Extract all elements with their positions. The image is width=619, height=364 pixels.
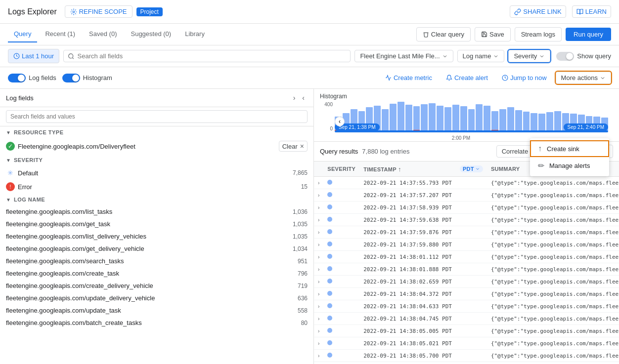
search-input[interactable]: [78, 52, 347, 60]
tab-saved[interactable]: Saved (0): [83, 26, 123, 42]
tab-query[interactable]: Query: [8, 26, 37, 42]
row-expand-13[interactable]: ›: [314, 337, 323, 350]
resource-type-header[interactable]: ▼ RESOURCE TYPE: [0, 126, 313, 138]
histogram-toggle[interactable]: Histogram: [62, 74, 112, 82]
table-row[interactable]: › 2022-09-21 14:37:55.793 PDT {"@type":"…: [314, 177, 619, 189]
row-expand-3[interactable]: ›: [314, 214, 323, 226]
row-expand-11[interactable]: ›: [314, 313, 323, 325]
search-box[interactable]: [63, 50, 351, 62]
save-button[interactable]: Save: [475, 27, 511, 41]
table-row[interactable]: › 2022-09-21 14:38:01.112 PDT {"@type":"…: [314, 251, 619, 263]
manage-alerts-item[interactable]: ✏ Manage alerts: [530, 157, 609, 174]
show-query-toggle[interactable]: Show query: [556, 52, 611, 61]
row-expand-7[interactable]: ›: [314, 263, 323, 276]
row-expand-9[interactable]: ›: [314, 288, 323, 300]
timestamp-col-header[interactable]: TIMESTAMP ↑: [359, 162, 456, 177]
create-metric-button[interactable]: Create metric: [380, 72, 437, 83]
row-expand-arrow-1[interactable]: ›: [318, 193, 319, 198]
table-row[interactable]: › 2022-09-21 14:38:04.633 PDT {"@type":"…: [314, 300, 619, 313]
jump-to-now-button[interactable]: Jump to now: [497, 72, 552, 83]
learn-button[interactable]: LEARN: [572, 5, 611, 18]
row-expand-15[interactable]: ›: [314, 362, 323, 364]
histogram-nav-left-button[interactable]: ‹: [335, 117, 345, 126]
create-sink-item[interactable]: ↑ Create sink: [530, 140, 609, 157]
log-fields-toggle[interactable]: Log fields: [8, 74, 56, 82]
table-row[interactable]: › 2022-09-21 14:38:04.372 PDT {"@type":"…: [314, 288, 619, 300]
severity-default-item[interactable]: ✳ Default 7,865: [0, 166, 313, 180]
severity-button[interactable]: Severity: [508, 50, 550, 62]
log-name-item-9[interactable]: fleetengine.googleapis.com/batch_create_…: [0, 317, 313, 329]
row-expand-arrow-8[interactable]: ›: [318, 279, 319, 284]
refine-scope-button[interactable]: REFINE SCOPE: [65, 5, 133, 18]
log-name-item-0[interactable]: fleetengine.googleapis.com/list_tasks 1,…: [0, 205, 313, 218]
log-fields-switch[interactable]: [8, 74, 26, 82]
table-row[interactable]: › 2022-09-21 14:38:05.700 PDT {"@type":"…: [314, 350, 619, 362]
row-expand-0[interactable]: ›: [314, 177, 323, 189]
row-expand-arrow-3[interactable]: ›: [318, 217, 319, 223]
row-expand-arrow-0[interactable]: ›: [318, 180, 319, 186]
row-expand-5[interactable]: ›: [314, 239, 323, 251]
table-row[interactable]: › 2022-09-21 14:37:59.876 PDT {"@type":"…: [314, 226, 619, 239]
log-name-item-3[interactable]: fleetengine.googleapis.com/get_delivery_…: [0, 243, 313, 255]
row-expand-arrow-12[interactable]: ›: [318, 328, 319, 334]
row-expand-arrow-2[interactable]: ›: [318, 205, 319, 210]
tab-suggested[interactable]: Suggested (0): [125, 26, 177, 42]
table-row[interactable]: › 2022-09-21 14:38:04.745 PDT {"@type":"…: [314, 313, 619, 325]
severity-group-header[interactable]: ▼ SEVERITY: [0, 154, 313, 166]
show-query-switch[interactable]: [556, 52, 574, 61]
table-row[interactable]: › 2022-09-21 14:37:57.207 PDT {"@type":"…: [314, 189, 619, 202]
expand-right-icon[interactable]: ›: [290, 93, 299, 103]
more-actions-button[interactable]: More actions: [556, 72, 611, 84]
run-query-button[interactable]: Run query: [566, 28, 611, 41]
log-name-group-header[interactable]: ▼ LOG NAME: [0, 194, 313, 205]
table-row[interactable]: › 2022-09-21 14:37:58.939 PDT {"@type":"…: [314, 202, 619, 214]
log-name-button[interactable]: Log name: [457, 50, 505, 62]
stream-logs-button[interactable]: Stream logs: [515, 27, 562, 41]
time-end-handle[interactable]: Sep 21, 2:40 PM: [564, 123, 609, 130]
log-name-item-4[interactable]: fleetengine.googleapis.com/search_tasks …: [0, 255, 313, 267]
log-name-item-2[interactable]: fleetengine.googleapis.com/list_delivery…: [0, 230, 313, 243]
row-expand-arrow-10[interactable]: ›: [318, 304, 319, 309]
resource-type-item[interactable]: ✓ Fleetengine.googleapis.com/Deliveryfle…: [0, 138, 313, 154]
clear-query-button[interactable]: Clear query: [416, 27, 471, 41]
histogram-switch[interactable]: [62, 74, 80, 82]
row-expand-10[interactable]: ›: [314, 300, 323, 313]
table-row[interactable]: › 2022-09-21 14:38:05.005 PDT {"@type":"…: [314, 325, 619, 337]
table-row[interactable]: › 2022-09-21 14:37:59.880 PDT {"@type":"…: [314, 239, 619, 251]
pdt-badge[interactable]: PDT: [460, 165, 483, 172]
table-row[interactable]: › 2022-09-21 14:38:05.021 PDT {"@type":"…: [314, 337, 619, 350]
tab-library[interactable]: Library: [179, 26, 211, 42]
log-name-item-7[interactable]: fleetengine.googleapis.com/update_delive…: [0, 292, 313, 304]
table-row[interactable]: › 2022-09-21 14:38:01.888 PDT {"@type":"…: [314, 263, 619, 276]
log-name-item-6[interactable]: fleetengine.googleapis.com/create_delive…: [0, 280, 313, 292]
table-row[interactable]: › 2022-09-21 14:38:02.659 PDT {"@type":"…: [314, 276, 619, 288]
row-expand-arrow-13[interactable]: ›: [318, 341, 319, 346]
row-expand-12[interactable]: ›: [314, 325, 323, 337]
severity-error-item[interactable]: ! Error 15: [0, 180, 313, 194]
row-expand-8[interactable]: ›: [314, 276, 323, 288]
row-expand-arrow-5[interactable]: ›: [318, 242, 319, 247]
row-expand-1[interactable]: ›: [314, 189, 323, 202]
row-expand-arrow-9[interactable]: ›: [318, 291, 319, 297]
log-name-item-8[interactable]: fleetengine.googleapis.com/update_task 5…: [0, 304, 313, 317]
table-row[interactable]: › 2022-09-21 14:38:05.717 PDT {"@type":"…: [314, 362, 619, 364]
row-expand-arrow-6[interactable]: ›: [318, 254, 319, 260]
log-name-item-1[interactable]: fleetengine.googleapis.com/get_task 1,03…: [0, 218, 313, 230]
row-expand-arrow-7[interactable]: ›: [318, 267, 319, 272]
row-expand-arrow-14[interactable]: ›: [318, 353, 319, 359]
time-range-button[interactable]: Last 1 hour: [8, 49, 59, 63]
table-row[interactable]: › 2022-09-21 14:37:59.638 PDT {"@type":"…: [314, 214, 619, 226]
share-link-button[interactable]: SHARE LINK: [510, 5, 566, 18]
row-expand-6[interactable]: ›: [314, 251, 323, 263]
collapse-left-icon[interactable]: ‹: [299, 93, 308, 103]
clear-resource-button[interactable]: Clear ×: [279, 141, 308, 152]
log-name-item-5[interactable]: fleetengine.googleapis.com/create_task 7…: [0, 267, 313, 280]
row-expand-14[interactable]: ›: [314, 350, 323, 362]
search-fields[interactable]: [0, 107, 313, 126]
row-expand-arrow-4[interactable]: ›: [318, 230, 319, 235]
row-expand-4[interactable]: ›: [314, 226, 323, 239]
tab-recent[interactable]: Recent (1): [39, 26, 81, 42]
row-expand-2[interactable]: ›: [314, 202, 323, 214]
search-fields-input[interactable]: [6, 110, 308, 123]
row-expand-arrow-11[interactable]: ›: [318, 316, 319, 322]
